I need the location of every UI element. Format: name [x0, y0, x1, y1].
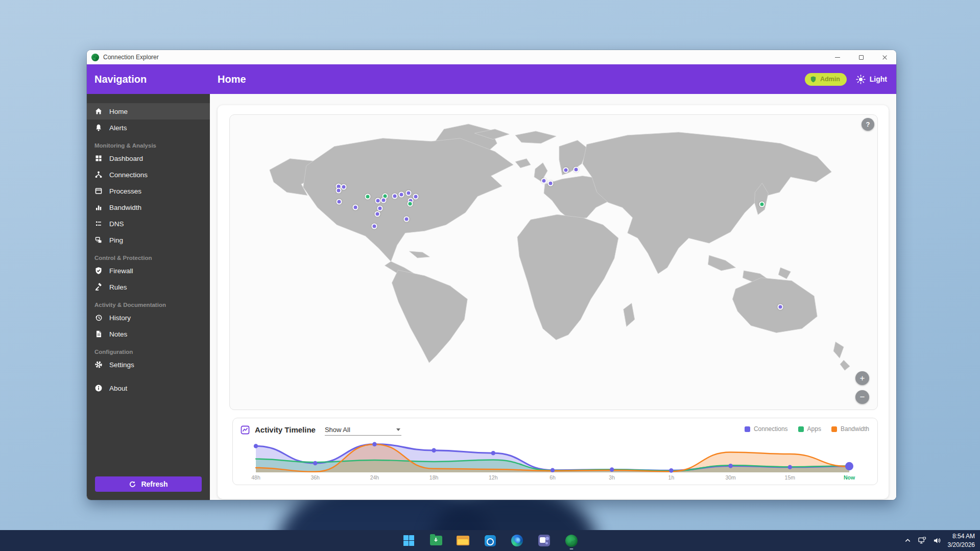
sidebar-item-connections[interactable]: Connections	[87, 166, 210, 183]
timeline-x-label: 30m	[725, 474, 735, 481]
titlebar: Connection Explorer	[87, 50, 896, 64]
theme-toggle[interactable]: Light	[856, 75, 887, 84]
window-title: Connection Explorer	[103, 54, 159, 61]
refresh-button[interactable]: Refresh	[95, 476, 202, 492]
close-button[interactable]	[873, 50, 896, 64]
sidebar-item-alerts[interactable]: Alerts	[87, 119, 210, 136]
chevron-down-icon	[396, 428, 400, 431]
map-marker-green[interactable]	[365, 194, 371, 200]
sidebar-item-settings[interactable]: Settings	[87, 356, 210, 373]
sidebar-item-dns[interactable]: DNS	[87, 215, 210, 232]
sidebar-section-activity: Activity & Documentation	[87, 302, 210, 308]
legend-item: Apps	[798, 425, 821, 433]
sidebar-section-monitoring: Monitoring & Analysis	[87, 142, 210, 149]
timeline-x-label: 3h	[609, 474, 615, 481]
timeline-x-label: 48h	[251, 474, 260, 481]
sidebar-item-firewall[interactable]: Firewall	[87, 262, 210, 279]
world-map	[230, 115, 877, 410]
sidebar-item-label: Rules	[109, 283, 127, 291]
sidebar-item-notes[interactable]: Notes	[87, 326, 210, 342]
map-marker-purple[interactable]	[371, 224, 377, 229]
map-marker-purple[interactable]	[399, 192, 404, 198]
sidebar-item-home[interactable]: Home	[87, 103, 210, 119]
map-marker-purple[interactable]	[392, 193, 398, 199]
map-marker-purple[interactable]	[352, 205, 358, 210]
timeline-x-label: 1h	[668, 474, 675, 481]
clock-date: 3/20/2026	[948, 541, 975, 549]
sidebar-item-dashboard[interactable]: Dashboard	[87, 150, 210, 166]
map-marker-purple[interactable]	[547, 181, 553, 186]
admin-badge-label: Admin	[820, 76, 840, 83]
taskbar: 8:54 AM 3/20/2026	[0, 530, 980, 551]
sidebar-item-history[interactable]: History	[87, 309, 210, 326]
world-map-panel[interactable]: ? + −	[229, 114, 878, 410]
taskbar-item-teams[interactable]	[534, 530, 555, 551]
taskbar-item-connection-explorer[interactable]	[561, 530, 582, 551]
taskbar-item-outlook[interactable]	[480, 530, 500, 551]
map-zoom-out-button[interactable]: −	[855, 390, 869, 404]
info-icon	[94, 384, 103, 392]
map-marker-purple[interactable]	[404, 217, 410, 222]
sidebar-item-label: About	[109, 385, 127, 392]
map-marker-purple[interactable]	[380, 198, 386, 203]
sidebar-item-processes[interactable]: Processes	[87, 183, 210, 199]
tray-chevron-up-icon[interactable]	[904, 537, 911, 544]
minimize-icon	[835, 57, 840, 58]
maximize-icon	[859, 55, 864, 60]
green-folder-icon	[430, 536, 442, 545]
timeline-x-label: 12h	[489, 474, 498, 481]
timeline-filter-select[interactable]: Show All	[325, 424, 401, 436]
cast-icon[interactable]	[918, 537, 926, 544]
taskbar-clock[interactable]: 8:54 AM 3/20/2026	[948, 532, 975, 548]
start-button[interactable]	[399, 530, 419, 551]
bell-icon	[94, 124, 103, 132]
globe-icon	[565, 535, 578, 547]
map-zoom-in-button[interactable]: +	[855, 371, 869, 385]
map-marker-green[interactable]	[759, 202, 765, 207]
active-app-indicator	[569, 548, 573, 550]
volume-icon[interactable]	[933, 537, 941, 544]
minimize-button[interactable]	[826, 50, 849, 64]
map-marker-purple[interactable]	[413, 194, 418, 200]
chart-icon	[241, 425, 250, 435]
map-marker-purple[interactable]	[541, 178, 546, 183]
teams-icon	[538, 535, 550, 546]
network-icon	[94, 171, 103, 179]
legend-label: Connections	[754, 425, 788, 433]
page-title: Home	[210, 74, 246, 85]
sidebar-item-bandwidth[interactable]: Bandwidth	[87, 199, 210, 215]
map-marker-green[interactable]	[407, 201, 413, 207]
admin-badge: Admin	[805, 73, 847, 86]
taskbar-item-edge[interactable]	[507, 530, 528, 551]
taskbar-item-file-explorer[interactable]	[453, 530, 473, 551]
timeline-chart-svg	[256, 440, 849, 473]
list-icon	[94, 220, 103, 228]
clock-time: 8:54 AM	[948, 532, 975, 540]
map-marker-purple[interactable]	[563, 167, 569, 173]
map-marker-purple[interactable]	[777, 304, 783, 309]
map-marker-purple[interactable]	[573, 166, 579, 172]
map-marker-purple[interactable]	[377, 206, 383, 211]
timeline-legend: ConnectionsAppsBandwidth	[745, 425, 869, 433]
close-icon	[882, 55, 888, 60]
timeline-x-axis: 48h36h24h18h12h6h3h1h30m15mNow	[256, 474, 849, 482]
folder-icon	[457, 536, 469, 545]
map-marker-purple[interactable]	[336, 188, 342, 194]
sidebar-item-rules[interactable]: Rules	[87, 279, 210, 295]
home-icon	[94, 107, 103, 115]
map-marker-purple[interactable]	[405, 190, 411, 196]
sidebar-item-ping[interactable]: Ping	[87, 232, 210, 248]
map-marker-purple[interactable]	[341, 184, 347, 190]
sidebar-item-label: Processes	[109, 187, 141, 195]
legend-label: Apps	[807, 425, 821, 433]
map-marker-purple[interactable]	[375, 211, 380, 217]
sidebar-section-control: Control & Protection	[87, 255, 210, 261]
sidebar-item-about[interactable]: About	[87, 380, 210, 396]
sidebar-item-label: Settings	[109, 361, 134, 369]
help-button[interactable]: ?	[862, 118, 874, 131]
document-icon	[94, 330, 103, 338]
taskbar-item-downloads-folder[interactable]	[426, 530, 446, 551]
map-marker-purple[interactable]	[337, 199, 342, 204]
sidebar-item-label: DNS	[109, 220, 124, 228]
maximize-button[interactable]	[849, 50, 873, 64]
